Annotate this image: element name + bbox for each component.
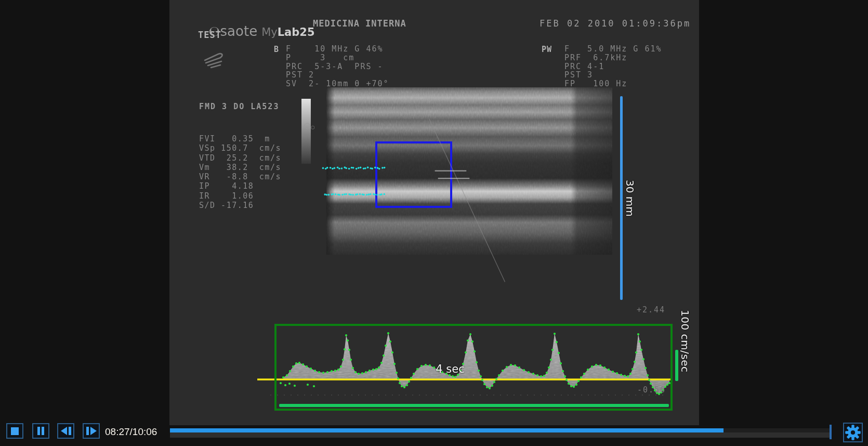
b-mode-image	[326, 87, 612, 255]
datetime-label: FEB 02 2010 01:09:36pm	[540, 18, 691, 29]
vendor-model-name: Lab25	[278, 26, 315, 38]
pause-icon	[37, 427, 40, 435]
velocity-scale-bar	[675, 350, 678, 381]
settings-button[interactable]	[843, 423, 863, 442]
speckle-texture	[326, 87, 612, 255]
step-forward-icon	[86, 427, 89, 435]
pw-mode-parameters: F 5.0 MHz G 61% PRF 6.7kHz PRC 4-1 PST 3…	[564, 45, 662, 88]
probe-icon	[201, 48, 228, 71]
imt-roi-box	[375, 141, 452, 208]
b-mode-parameters: F 10 MHz G 46% P 3 cm PRC 5-3-A PRS - PS…	[286, 45, 389, 88]
step-forward-button[interactable]	[83, 423, 100, 439]
orientation-marker-small-icon	[311, 126, 314, 129]
exam-label: FMD 3 DO LA523	[199, 102, 279, 111]
video-frame[interactable]: ℮saoteMyLab25 TEST MEDICINA INTERNA FEB …	[169, 0, 699, 425]
velocity-scale-label: 100 cm/sec	[679, 310, 691, 372]
spectral-trace-frame	[274, 324, 673, 411]
velocity-min-label: -0.56	[637, 385, 666, 395]
pause-button[interactable]	[32, 423, 49, 439]
settings-gear-icon	[844, 424, 862, 441]
grayscale-reference-bar	[301, 99, 311, 164]
step-back-button[interactable]	[57, 423, 74, 439]
patient-label: TEST	[198, 30, 221, 40]
vendor-model-prefix: My	[261, 26, 278, 38]
stop-icon	[11, 427, 19, 435]
depth-scale-label: 30 mm	[624, 180, 636, 217]
stop-button[interactable]	[6, 423, 23, 439]
department-label: MEDICINA INTERNA	[313, 18, 406, 29]
seek-bar-end-marker	[830, 425, 832, 439]
b-mode-tag: B	[274, 45, 279, 54]
depth-scale-bar	[620, 96, 623, 300]
time-display: 08:27/10:06	[105, 426, 157, 438]
sweep-time-bar	[279, 404, 669, 407]
measurement-results: FVI 0.35 m VSp 150.7 cm/s VTD 25.2 cm/s …	[199, 134, 281, 210]
sweep-time-label: 4 sec	[427, 363, 474, 375]
step-back-icon	[61, 427, 67, 435]
app-window: { "video_osd": { "brand": {"logo": "℮sao…	[0, 0, 868, 446]
pw-mode-tag: PW	[542, 45, 552, 54]
seek-bar-fill	[170, 428, 724, 432]
